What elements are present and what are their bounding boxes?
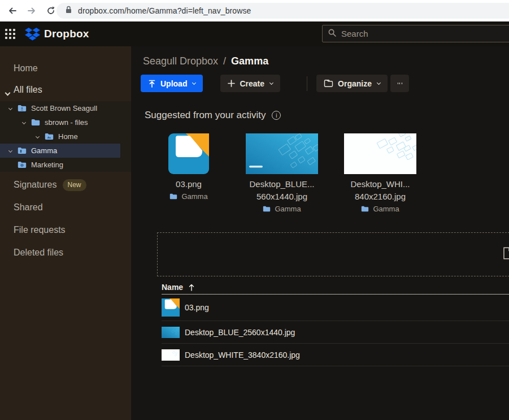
tree-item-marketing[interactable]: Marketing — [0, 158, 131, 172]
sidebar-item-all-files[interactable]: All files — [14, 84, 42, 96]
brand-name: Dropbox — [44, 28, 89, 40]
file-name: Desktop_BLUE_2560x1440.jpg — [185, 328, 295, 337]
dropbox-logo[interactable]: Dropbox — [25, 28, 89, 41]
blue-wallpaper-thumbnail — [246, 133, 318, 174]
file-location[interactable]: Gamma — [263, 205, 301, 213]
more-actions-button[interactable] — [390, 75, 409, 92]
info-icon[interactable] — [272, 111, 281, 120]
folder-icon — [263, 206, 271, 212]
upload-label: Upload — [160, 79, 187, 88]
white-wallpaper-thumbnail — [162, 349, 180, 361]
document-icon — [503, 247, 509, 262]
browser-forward-icon[interactable] — [25, 4, 38, 18]
tree-item-label: Home — [58, 132, 78, 141]
breadcrumb-separator: / — [223, 55, 226, 67]
tree-item-scott-brown-seagull[interactable]: Scott Brown Seagull — [0, 101, 131, 115]
chevron-down-icon[interactable] — [8, 106, 12, 110]
chevron-down-icon — [377, 81, 381, 85]
page-title: Gamma — [231, 55, 268, 67]
upload-button[interactable]: Upload — [141, 75, 203, 92]
address-bar[interactable]: dropbox.com/home/Gamma?di=left_nav_brows… — [56, 3, 509, 19]
table-row-desktop-white[interactable]: Desktop_WHITE_3840x2160.jpg — [162, 344, 509, 366]
location-label: Gamma — [181, 192, 207, 201]
file-list: Name 03.png Desktop_B — [162, 280, 509, 366]
search-icon — [328, 29, 336, 39]
tree-item-sbrown-files[interactable]: sbrown - files — [0, 115, 131, 129]
suggested-card-desktop-white[interactable]: Desktop_WHI... 840x2160.jpg Gamma — [343, 133, 417, 213]
file-drop-zone[interactable] — [157, 232, 509, 276]
file-name: Desktop_WHITE_3840x2160.jpg — [185, 350, 300, 360]
folder-image-icon — [45, 133, 54, 140]
chevron-down-icon[interactable] — [36, 135, 40, 138]
table-row-desktop-blue[interactable]: Desktop_BLUE_2560x1440.jpg — [162, 321, 509, 344]
folder-shared-icon — [18, 161, 27, 168]
folder-icon — [169, 193, 177, 200]
chevron-down-icon[interactable] — [8, 149, 12, 153]
url-text: dropbox.com/home/Gamma?di=left_nav_brows… — [78, 6, 251, 15]
suggested-card-desktop-blue[interactable]: Desktop_BLUE... 560x1440.jpg Gamma — [245, 133, 319, 213]
suggested-card-03png[interactable]: 03.png Gamma — [157, 133, 220, 201]
browser-toolbar: dropbox.com/home/Gamma?di=left_nav_brows… — [0, 0, 509, 21]
file-location[interactable]: Gamma — [361, 205, 399, 213]
white-wallpaper-thumbnail — [344, 133, 416, 174]
file-name: 03.png — [185, 303, 209, 312]
chevron-down-icon[interactable] — [5, 90, 11, 96]
location-label: Gamma — [275, 205, 301, 213]
upload-icon — [148, 80, 156, 88]
lock-icon — [66, 6, 72, 16]
sidebar-item-signatures[interactable]: Signatures New — [14, 179, 86, 191]
create-button[interactable]: Create — [220, 75, 280, 92]
signatures-label: Signatures — [14, 180, 57, 190]
tree-item-label: sbrown - files — [45, 118, 88, 127]
sidebar: Home All files Scott Brown Seagull sbrow… — [0, 46, 131, 420]
dropbox-glyph-icon — [25, 28, 40, 41]
folder-user-icon — [18, 105, 27, 112]
file-name: Desktop_WHI... — [350, 178, 410, 190]
folder-team-icon — [18, 147, 27, 154]
folder-icon — [31, 119, 40, 126]
browser-refresh-icon[interactable] — [44, 4, 58, 18]
new-badge: New — [63, 179, 86, 191]
app-header: Dropbox — [0, 21, 509, 46]
tree-item-label: Scott Brown Seagull — [31, 104, 97, 112]
file-location[interactable]: Gamma — [169, 192, 207, 201]
folder-icon — [361, 206, 369, 212]
table-row-03png[interactable]: 03.png — [162, 295, 509, 321]
location-label: Gamma — [373, 205, 399, 213]
logo-thumbnail — [168, 133, 209, 174]
sidebar-item-deleted-files[interactable]: Deleted files — [14, 246, 63, 259]
search-input[interactable] — [341, 29, 477, 38]
toolbar: Upload Create Organize — [141, 75, 409, 92]
tree-item-label: Marketing — [31, 161, 63, 169]
sidebar-item-home[interactable]: Home — [14, 62, 38, 75]
suggested-section-title: Suggested from your activity — [145, 110, 281, 121]
search-bar[interactable] — [322, 25, 509, 42]
file-name: 03.png — [176, 178, 202, 190]
main-content: Seagull Dropbox / Gamma Upload Create Or… — [131, 46, 509, 420]
create-label: Create — [240, 79, 264, 88]
breadcrumb-parent[interactable]: Seagull Dropbox — [143, 55, 218, 67]
tree-item-label: Gamma — [31, 146, 57, 155]
folder-tree: Scott Brown Seagull sbrown - files Home … — [0, 101, 131, 172]
tree-item-gamma[interactable]: Gamma — [0, 144, 120, 158]
sort-ascending-icon — [189, 284, 194, 291]
file-name-line2: 560x1440.jpg — [256, 190, 307, 203]
organize-label: Organize — [338, 79, 372, 88]
sidebar-item-shared[interactable]: Shared — [14, 201, 43, 214]
file-name-line2: 840x2160.jpg — [355, 190, 406, 203]
logo-thumbnail — [162, 298, 180, 317]
column-header-name[interactable]: Name — [162, 280, 509, 295]
tree-item-home[interactable]: Home — [0, 129, 131, 144]
browser-back-icon[interactable] — [6, 4, 19, 18]
all-files-label: All files — [14, 85, 42, 95]
chevron-down-icon — [192, 81, 196, 85]
apps-grid-icon[interactable] — [5, 29, 15, 39]
file-name: Desktop_BLUE... — [249, 178, 314, 190]
organize-button[interactable]: Organize — [316, 75, 388, 92]
toolbar-divider — [307, 76, 307, 91]
chevron-down-icon — [269, 81, 273, 85]
sidebar-item-file-requests[interactable]: File requests — [14, 224, 66, 236]
chevron-down-icon[interactable] — [22, 120, 26, 124]
suggested-title-text: Suggested from your activity — [145, 110, 266, 121]
plus-icon — [228, 80, 235, 87]
